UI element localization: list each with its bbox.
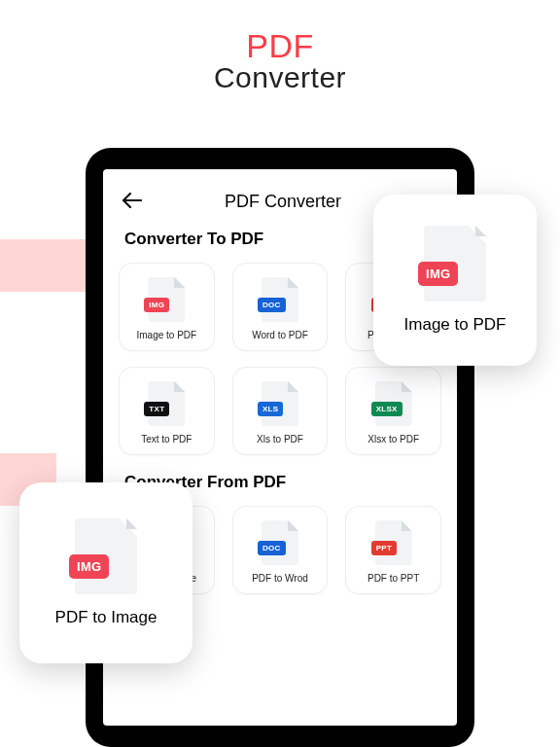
file-tag: TXT <box>144 402 169 416</box>
callout-image-to-pdf[interactable]: IMG Image to PDF <box>373 195 537 366</box>
file-tag: DOC <box>258 298 286 312</box>
converter-card[interactable]: PPTPDF to PPT <box>345 506 441 594</box>
converter-card[interactable]: TXTText to PDF <box>119 367 215 455</box>
file-icon: XLSX <box>375 381 412 426</box>
card-label: PDF to PPT <box>368 573 419 584</box>
file-tag: PPT <box>371 541 397 555</box>
file-tag: IMG <box>418 262 458 286</box>
converter-card[interactable]: DOCWord to PDF <box>232 263 329 351</box>
card-label: Xls to PDF <box>257 434 303 445</box>
callout-label: Image to PDF <box>404 315 507 335</box>
card-label: Image to PDF <box>136 330 196 340</box>
card-label: Word to PDF <box>252 330 308 340</box>
file-icon: DOC <box>262 277 298 322</box>
file-tag: IMG <box>69 554 109 579</box>
converter-card[interactable]: IMGImage to PDF <box>119 263 215 351</box>
file-tag: IMG <box>144 298 169 312</box>
file-icon: XLS <box>262 381 298 426</box>
converter-card[interactable]: XLSXXlsx to PDF <box>345 367 441 455</box>
file-tag: XLS <box>258 402 283 416</box>
file-icon: PPT <box>375 520 412 565</box>
hero-line2: Converter <box>0 61 560 94</box>
card-label: Text to PDF <box>141 434 192 445</box>
converter-card[interactable]: XLSXls to PDF <box>232 367 329 455</box>
card-label: PDF to Wrod <box>252 573 308 584</box>
file-tag: XLSX <box>371 402 402 416</box>
file-icon: IMG <box>148 277 185 322</box>
hero-title: PDF Converter <box>0 0 560 94</box>
decor-stripe <box>0 239 88 292</box>
hero-line1: PDF <box>0 27 560 65</box>
callout-label: PDF to Image <box>55 608 158 627</box>
file-icon: DOC <box>262 520 298 565</box>
file-icon: IMG <box>424 226 486 302</box>
card-label: Xlsx to PDF <box>368 434 419 445</box>
converter-card[interactable]: DOCPDF to Wrod <box>232 506 329 594</box>
callout-pdf-to-image[interactable]: IMG PDF to Image <box>19 482 192 663</box>
file-tag: DOC <box>258 541 286 555</box>
file-icon: IMG <box>75 518 137 594</box>
file-icon: TXT <box>148 381 185 426</box>
